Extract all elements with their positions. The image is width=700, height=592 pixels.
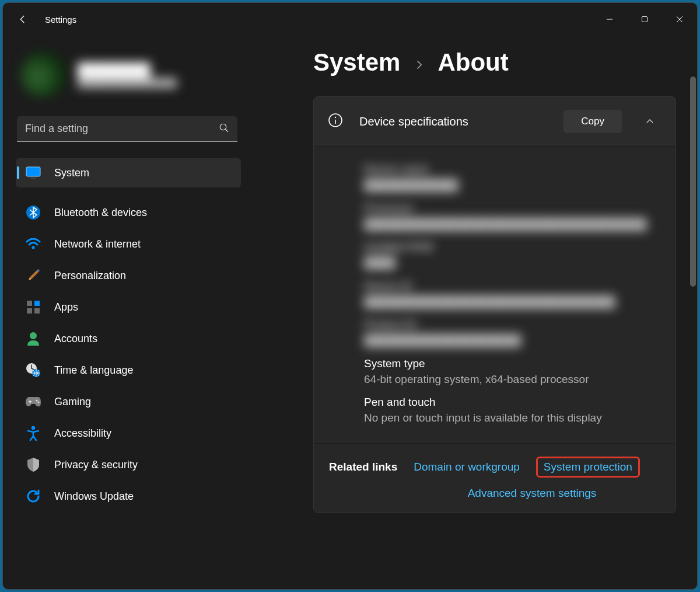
spec-value: ████████████████████ (364, 332, 658, 349)
chevron-up-icon (645, 116, 655, 127)
spec-row-ram: Installed RAM ████ (364, 241, 658, 271)
sidebar-item-personalization[interactable]: Personalization (16, 261, 241, 290)
spec-label: Pen and touch (364, 396, 658, 409)
spec-row-device-id: Device ID ██████████████████████████████… (364, 280, 658, 311)
breadcrumb-parent[interactable]: System (313, 48, 400, 76)
window-title: Settings (45, 15, 76, 25)
collapse-button[interactable] (638, 116, 662, 127)
profile-email: ████████████████ (78, 78, 177, 88)
sidebar-item-label: Personalization (54, 270, 126, 282)
profile-name: ████████ (78, 62, 177, 78)
svg-point-11 (37, 269, 39, 271)
nav-list: System Bluetooth & devices Network & int… (16, 158, 241, 511)
spec-value: ████ (364, 255, 658, 271)
spec-row-pen-touch: Pen and touch No pen or touch input is a… (364, 396, 658, 427)
sidebar-item-windows-update[interactable]: Windows Update (16, 482, 241, 511)
svg-point-20 (37, 401, 39, 403)
sidebar-item-label: Windows Update (54, 490, 134, 503)
sidebar-item-label: Network & internet (54, 238, 141, 250)
titlebar: Settings (3, 3, 697, 36)
sidebar-item-bluetooth[interactable]: Bluetooth & devices (16, 198, 241, 227)
breadcrumb-current: About (438, 48, 508, 76)
system-protection-highlight: System protection (536, 457, 640, 478)
accessibility-icon (25, 426, 41, 441)
close-button[interactable] (662, 3, 697, 36)
search-input[interactable] (17, 116, 237, 142)
window-controls (592, 3, 697, 36)
update-icon (25, 489, 41, 504)
spec-value: No pen or touch input is available for t… (364, 410, 658, 427)
spec-value: ████████████ (364, 177, 658, 194)
sidebar-item-label: Accounts (54, 333, 97, 345)
clock-globe-icon (25, 363, 41, 378)
system-icon (25, 166, 41, 179)
avatar (20, 52, 66, 97)
shield-icon (25, 457, 41, 472)
link-system-protection[interactable]: System protection (544, 461, 632, 473)
apps-icon (25, 300, 41, 314)
back-arrow-icon (18, 14, 28, 25)
sidebar-item-label: System (54, 167, 89, 179)
svg-line-5 (225, 129, 228, 132)
svg-rect-6 (26, 167, 40, 176)
sidebar-item-label: Time & language (54, 364, 133, 377)
info-icon (328, 113, 343, 130)
related-label: Related links (329, 461, 397, 473)
sidebar-item-accessibility[interactable]: Accessibility (16, 419, 241, 448)
sidebar: ████████ ████████████████ System (3, 36, 253, 589)
spec-label: Device ID (364, 280, 658, 292)
spec-row-product-id: Product ID ████████████████████ (364, 318, 658, 349)
spec-value: ████████████████████████████████ (364, 294, 658, 311)
spec-label: Processor (364, 202, 658, 215)
search-wrap (17, 116, 237, 142)
back-button[interactable] (11, 8, 34, 31)
related-links: Related links Domain or workgroup System… (314, 443, 676, 513)
sidebar-item-apps[interactable]: Apps (16, 292, 241, 322)
spec-label: System type (364, 357, 658, 370)
svg-rect-14 (27, 308, 32, 314)
profile-block[interactable]: ████████ ████████████████ (16, 46, 241, 116)
minimize-button[interactable] (592, 3, 627, 36)
scrollbar-thumb[interactable] (690, 76, 696, 287)
spec-row-device-name: Device name ████████████ (364, 163, 658, 194)
svg-rect-8 (30, 177, 36, 179)
svg-rect-12 (27, 301, 32, 306)
card-header[interactable]: Device specifications Copy (314, 97, 676, 146)
sidebar-item-privacy[interactable]: Privacy & security (16, 450, 241, 479)
sidebar-item-label: Privacy & security (54, 459, 138, 471)
svg-rect-13 (34, 301, 40, 306)
sidebar-item-time-language[interactable]: Time & language (16, 356, 241, 385)
spec-label: Installed RAM (364, 241, 658, 253)
paintbrush-icon (25, 268, 41, 283)
svg-point-16 (30, 332, 37, 339)
maximize-button[interactable] (627, 3, 662, 36)
search-icon (219, 123, 229, 135)
svg-point-24 (335, 117, 336, 118)
close-icon (676, 16, 683, 23)
sidebar-item-gaming[interactable]: Gaming (16, 387, 241, 416)
copy-button[interactable]: Copy (564, 110, 622, 133)
spec-value: 64-bit operating system, x64-based proce… (364, 371, 658, 388)
svg-point-19 (36, 399, 37, 401)
wifi-icon (25, 238, 41, 250)
chevron-right-icon (413, 59, 425, 73)
spec-label: Device name (364, 163, 658, 176)
spec-row-system-type: System type 64-bit operating system, x64… (364, 357, 658, 388)
sidebar-item-system[interactable]: System (16, 158, 241, 187)
svg-point-10 (32, 246, 34, 249)
main-content: System About Device specifications Copy (253, 36, 697, 589)
sidebar-item-accounts[interactable]: Accounts (16, 324, 241, 353)
spec-label: Product ID (364, 318, 658, 331)
device-specs-card: Device specifications Copy Device name █… (313, 96, 676, 513)
svg-rect-1 (642, 17, 648, 22)
sidebar-item-network[interactable]: Network & internet (16, 229, 241, 259)
bluetooth-icon (25, 205, 41, 220)
breadcrumb: System About (313, 48, 676, 76)
sidebar-item-label: Gaming (54, 396, 91, 408)
link-advanced-system-settings[interactable]: Advanced system settings (468, 487, 597, 500)
card-title: Device specifications (359, 115, 547, 128)
spec-value: ████████████████████████████████████ (364, 216, 658, 233)
svg-point-4 (220, 124, 226, 130)
sidebar-item-label: Accessibility (54, 427, 111, 440)
link-domain-workgroup[interactable]: Domain or workgroup (414, 461, 520, 473)
